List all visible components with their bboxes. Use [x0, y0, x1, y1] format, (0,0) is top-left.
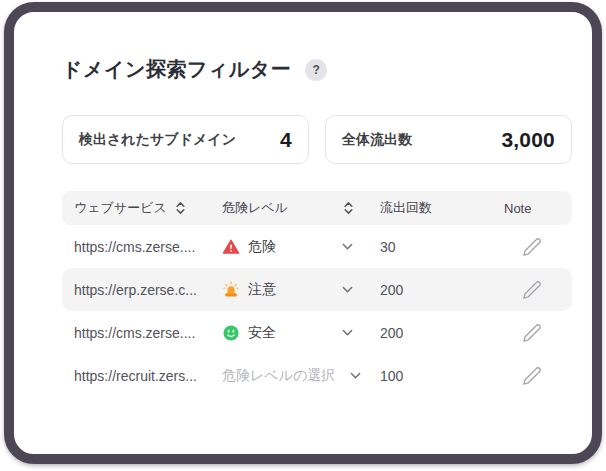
table-row: https://erp.zerse.c... 注意	[62, 268, 572, 311]
page-title: ドメイン探索フィルター	[62, 56, 291, 83]
smiley-icon	[222, 324, 240, 342]
stat-value: 4	[280, 128, 292, 152]
stats-row: 検出されたサブドメイン 4 全体流出数 3,000	[62, 115, 572, 164]
risk-level-select[interactable]: 危険	[222, 238, 380, 256]
leak-count-cell: 200	[380, 282, 504, 298]
table-row: https://cms.zerse.... 安全	[62, 311, 572, 354]
note-button[interactable]	[520, 235, 544, 259]
url-cell: https://cms.zerse....	[74, 325, 222, 341]
note-button[interactable]	[520, 364, 544, 388]
siren-icon	[222, 281, 240, 299]
table-row: https://cms.zerse.... 危険 30	[62, 225, 572, 268]
chevron-down-icon	[341, 283, 354, 296]
stat-detected-subdomains: 検出されたサブドメイン 4	[62, 115, 309, 164]
stat-label: 検出されたサブドメイン	[79, 131, 236, 149]
card: ドメイン探索フィルター ? 検出されたサブドメイン 4 全体流出数 3,000 …	[4, 2, 602, 464]
stat-total-leaks: 全体流出数 3,000	[325, 115, 572, 164]
sort-icon	[175, 201, 186, 215]
risk-placeholder: 危険レベルの選択	[222, 367, 335, 385]
pencil-icon	[522, 323, 542, 343]
column-header-leak-count: 流出回数	[380, 199, 504, 217]
leak-count-cell: 200	[380, 325, 504, 341]
risk-level-select[interactable]: 注意	[222, 281, 380, 299]
column-header-label: ウェブサービス	[74, 199, 167, 217]
url-cell: https://recruit.zers...	[74, 368, 222, 384]
chevron-down-icon	[349, 369, 362, 382]
sort-button-web-service[interactable]	[175, 201, 186, 215]
column-header-label: 危険レベル	[222, 199, 288, 217]
pencil-icon	[522, 366, 542, 386]
column-header-note: Note	[504, 201, 560, 216]
risk-label: 安全	[248, 324, 276, 342]
risk-level-select[interactable]: 危険レベルの選択	[222, 367, 380, 385]
chevron-down-icon	[341, 240, 354, 253]
question-icon: ?	[313, 63, 320, 77]
pencil-icon	[522, 237, 542, 257]
subdomain-table: ウェブサービス 危険レベル 流出回数	[62, 191, 572, 397]
pencil-icon	[522, 280, 542, 300]
column-header-label: 流出回数	[380, 199, 432, 217]
help-button[interactable]: ?	[305, 59, 327, 81]
table-row: https://recruit.zers... 危険レベルの選択 100	[62, 354, 572, 397]
screenshot-stage: ドメイン探索フィルター ? 検出されたサブドメイン 4 全体流出数 3,000 …	[0, 0, 606, 471]
sort-button-risk-level[interactable]	[343, 201, 354, 215]
warning-triangle-icon	[222, 238, 240, 256]
chevron-down-icon	[341, 326, 354, 339]
table-header-row: ウェブサービス 危険レベル 流出回数	[62, 191, 572, 225]
column-header-risk-level: 危険レベル	[222, 199, 380, 217]
risk-label: 注意	[248, 281, 276, 299]
column-header-label: Note	[504, 201, 531, 216]
url-cell: https://cms.zerse....	[74, 239, 222, 255]
leak-count-cell: 30	[380, 239, 504, 255]
risk-label: 危険	[248, 238, 276, 256]
stat-value: 3,000	[501, 128, 555, 152]
risk-level-select[interactable]: 安全	[222, 324, 380, 342]
column-header-web-service: ウェブサービス	[74, 199, 222, 217]
note-button[interactable]	[520, 321, 544, 345]
stat-label: 全体流出数	[342, 131, 412, 149]
leak-count-cell: 100	[380, 368, 504, 384]
url-cell: https://erp.zerse.c...	[74, 282, 222, 298]
sort-icon	[343, 201, 354, 215]
card-header: ドメイン探索フィルター ?	[62, 56, 327, 83]
note-button[interactable]	[520, 278, 544, 302]
